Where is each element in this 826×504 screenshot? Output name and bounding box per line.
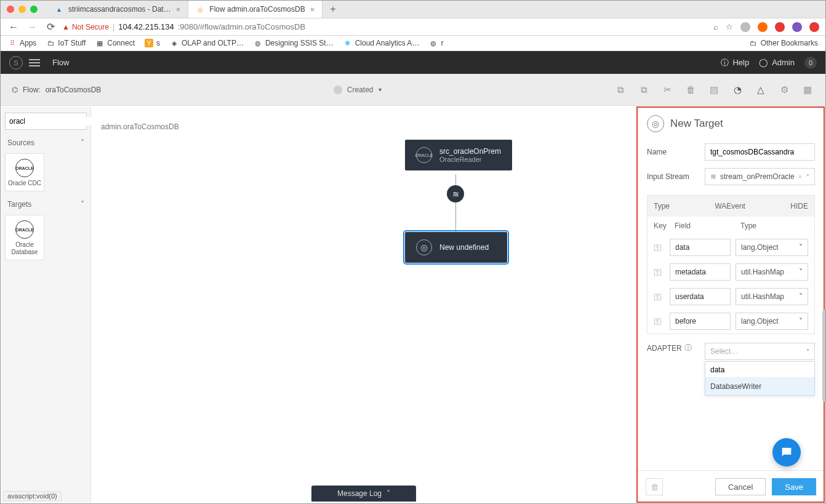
maximize-window-icon[interactable] (30, 6, 38, 13)
adapter-search-input[interactable] (705, 362, 814, 378)
bookmark-ssis[interactable]: ◍Designing SSIS St… (254, 39, 334, 47)
field-name-input[interactable]: metadata (670, 263, 731, 281)
grid-icon[interactable]: ▦ (801, 83, 814, 97)
admin-user[interactable]: ◯Admin (759, 58, 795, 67)
other-bookmarks[interactable]: 🗀Other Bookmarks (749, 39, 818, 47)
clear-icon[interactable]: × (798, 173, 802, 180)
forward-button[interactable]: → (25, 22, 39, 33)
info-icon[interactable]: ⓘ (684, 343, 692, 353)
ext-icon-1[interactable] (740, 22, 750, 32)
bookmark-s[interactable]: Ys (145, 39, 160, 47)
apps-bookmark[interactable]: ⠿Apps (8, 39, 36, 47)
chat-fab[interactable] (772, 438, 801, 466)
hide-button[interactable]: HIDE (790, 202, 808, 210)
schema-row: ⚿ data lang.Object˅ (648, 235, 814, 260)
browser-tab-active[interactable]: ◎ Flow admin.oraToCosmosDB × (188, 1, 323, 18)
oracle-ring-icon: ORACLE (15, 220, 34, 239)
minimize-window-icon[interactable] (18, 6, 26, 13)
adapter-select[interactable]: Select… ˄ (705, 343, 815, 360)
field-type-select[interactable]: lang.Object˅ (736, 313, 808, 330)
warning-icon: ▲ (62, 23, 70, 31)
oracle-badge-icon: ORACLE (416, 147, 432, 163)
url-host: 104.42.215.134 (118, 22, 174, 31)
node-target-selected[interactable]: ◎ New undefined (405, 232, 507, 263)
oracle-ring-icon: ORACLE (15, 159, 34, 177)
close-window-icon[interactable] (7, 6, 14, 13)
cancel-button[interactable]: Cancel (715, 478, 766, 495)
close-tab-icon[interactable]: × (176, 5, 181, 14)
user-icon: ◯ (759, 58, 768, 67)
message-log-toggle[interactable]: Message Log ˄ (311, 486, 416, 502)
duplicate-icon[interactable]: ⧉ (637, 83, 651, 97)
bookmark-olap[interactable]: ◈OLAP and OLTP… (170, 39, 244, 47)
adapter-option-databasewriter[interactable]: DatabaseWriter (705, 378, 814, 395)
stream-icon: ≋ (710, 172, 716, 181)
field-name-input[interactable]: before (670, 313, 731, 330)
alert-icon[interactable]: △ (754, 83, 768, 97)
bookmark-r[interactable]: ◍r (429, 39, 443, 47)
close-tab-icon[interactable]: × (310, 5, 315, 14)
name-input[interactable] (705, 143, 815, 161)
flow-canvas[interactable]: admin.oraToCosmosDB ORACLE src_oracleOnP… (91, 106, 636, 503)
layout-icon[interactable]: ▤ (707, 83, 721, 97)
address-bar[interactable]: ▲ Not Secure | 104.42.215.134:9080/#flow… (62, 22, 708, 31)
connector-line (455, 202, 456, 232)
flow-breadcrumb: ⌬ Flow: oraToCosmosDB (12, 86, 101, 94)
palette-search-input[interactable] (9, 117, 102, 126)
gauge-icon[interactable]: ◔ (731, 83, 744, 97)
key-icon[interactable]: ⚿ (654, 292, 665, 302)
key-icon[interactable]: ⚿ (654, 268, 665, 277)
chevron-down-icon: ˅ (81, 200, 84, 209)
back-button[interactable]: ← (7, 22, 20, 33)
chevron-down-icon: ˅ (799, 292, 803, 301)
profile-icon[interactable] (792, 22, 802, 32)
flow-status[interactable]: Created▾ (334, 86, 382, 94)
not-secure-badge[interactable]: ▲ Not Secure (62, 23, 109, 31)
tab-title: striimcassandracosmos - Dat… (68, 5, 171, 14)
striim-logo-icon[interactable]: S (9, 56, 23, 70)
key-icon[interactable]: ⚿ (654, 317, 665, 326)
field-type-select[interactable]: util.HashMap˅ (736, 288, 808, 305)
trash-icon[interactable]: 🗑 (684, 83, 697, 97)
reload-button[interactable]: ⟳ (44, 21, 57, 33)
bookmark-iot[interactable]: 🗀IoT Stuff (46, 39, 86, 47)
palette-search[interactable]: × (5, 113, 87, 130)
input-stream-select[interactable]: ≋ stream_onPremOracle × ˅ (705, 168, 815, 185)
copy-icon[interactable]: ⧉ (614, 83, 627, 97)
palette-item-oracle-db[interactable]: ORACLE Oracle Database (5, 215, 44, 260)
targets-section-toggle[interactable]: Targets˅ (5, 196, 87, 212)
notifications-count[interactable]: 0 (804, 57, 817, 69)
new-tab-button[interactable]: + (323, 4, 343, 15)
field-type-select[interactable]: lang.Object˅ (736, 239, 808, 256)
sources-section-toggle[interactable]: Sources˅ (5, 135, 87, 151)
palette-item-oracle-cdc[interactable]: ORACLE Oracle CDC (5, 153, 44, 191)
target-icon: ◎ (647, 115, 664, 132)
ext-icon-2[interactable] (758, 22, 768, 32)
star-icon[interactable]: ☆ (726, 22, 733, 31)
node-source[interactable]: ORACLE src_oracleOnPrem OracleReader (405, 140, 512, 170)
field-name-input[interactable]: userdata (670, 288, 731, 305)
help-icon: ⓘ (721, 57, 729, 68)
ext-icon-3[interactable] (775, 22, 785, 32)
bookmark-connect[interactable]: ▦Connect (95, 39, 135, 47)
window-controls[interactable] (7, 6, 38, 13)
ext-icon-4[interactable] (809, 22, 819, 32)
help-button[interactable]: ⓘHelp (721, 57, 749, 68)
target-badge-icon: ◎ (416, 239, 432, 255)
hamburger-menu[interactable] (29, 57, 40, 68)
connector-line (455, 174, 456, 186)
adapter-dropdown[interactable]: DatabaseWriter (705, 361, 815, 396)
save-button[interactable]: Save (772, 478, 816, 495)
cut-icon[interactable]: ✂ (660, 83, 674, 97)
url-path: :9080/#flow/admin.oraToCosmosDB (178, 22, 305, 31)
browser-tab-inactive[interactable]: ▲ striimcassandracosmos - Dat… × (47, 1, 188, 18)
gear-icon[interactable]: ⚙ (777, 83, 791, 97)
field-name-input[interactable]: data (670, 239, 731, 256)
field-type-select[interactable]: util.HashMap˅ (736, 263, 808, 281)
key-icon[interactable]: ⚿ (654, 243, 665, 252)
delete-button[interactable]: 🗑 (646, 478, 663, 495)
chevron-down-icon: ˅ (799, 268, 803, 276)
node-stream[interactable]: ≋ (447, 185, 464, 202)
bookmark-cloud[interactable]: ❋Cloud Analytics A… (343, 39, 420, 47)
key-icon[interactable]: ⌕ (713, 22, 718, 31)
